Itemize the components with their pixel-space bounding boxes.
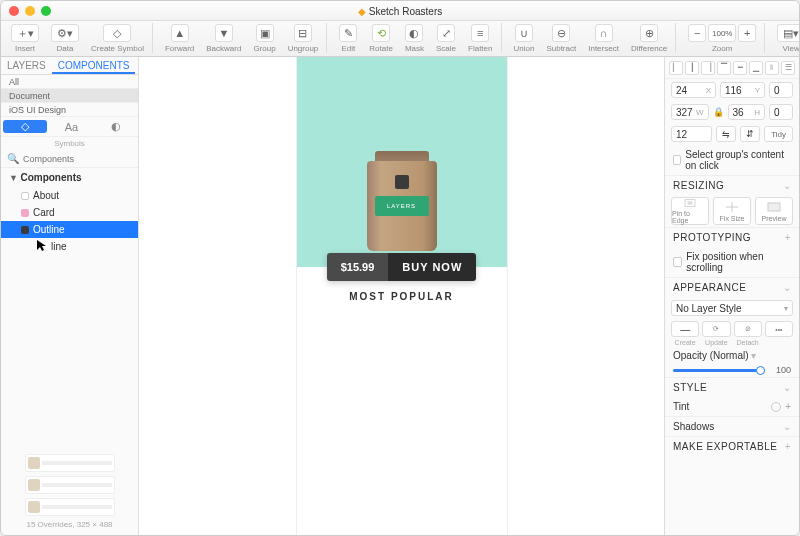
sidebar-item-about[interactable]: About (1, 187, 138, 204)
detach-style-button[interactable]: ⊘ (734, 321, 762, 337)
pin-to-edge-button[interactable]: Pin to Edge (671, 197, 709, 225)
zoom-value[interactable]: 100% (708, 24, 736, 42)
resizing-section[interactable]: RESIZING⌄ (665, 175, 799, 195)
view-button[interactable]: ▤▾ (777, 24, 800, 42)
select-content-checkbox[interactable]: Select group's content on click (665, 145, 799, 175)
svg-rect-4 (768, 203, 780, 211)
search-input[interactable]: 🔍 ⊗ (1, 150, 138, 168)
artboard[interactable]: LAYERS $15.99 BUY NOW MOST POPULAR (297, 57, 507, 535)
group-button[interactable]: ▣ (256, 24, 274, 42)
difference-button[interactable]: ⊕ (640, 24, 658, 42)
sidebar-item-card[interactable]: Card (1, 204, 138, 221)
align-center-v-button[interactable]: ━ (733, 61, 747, 75)
preview-thumb[interactable] (25, 476, 115, 494)
create-style-button[interactable]: — (671, 321, 699, 337)
plus-icon[interactable]: + (785, 401, 791, 412)
layer-styles-tab[interactable]: ◐ (94, 120, 138, 133)
flatten-button[interactable]: ≡ (471, 24, 489, 42)
align-center-h-button[interactable]: ┃ (685, 61, 699, 75)
align-bottom-button[interactable]: ▁ (749, 61, 763, 75)
hero-section: LAYERS $15.99 BUY NOW (297, 57, 507, 267)
tidy-button[interactable]: Tidy (764, 126, 793, 142)
style-section[interactable]: STYLE⌄ (665, 377, 799, 397)
mask-button[interactable]: ◐ (405, 24, 423, 42)
backward-button[interactable]: ▼ (215, 24, 233, 42)
window-title: ◆ Sketch Roasters (1, 5, 799, 17)
logo-icon (395, 175, 409, 189)
tab-components[interactable]: COMPONENTS (52, 57, 136, 74)
distribute-h-button[interactable]: ⫴ (765, 61, 779, 75)
zoom-out-button[interactable]: − (688, 24, 706, 42)
preview-thumb[interactable] (25, 498, 115, 516)
svg-rect-1 (688, 201, 693, 204)
lock-icon[interactable]: 🔒 (713, 107, 724, 117)
diamond-icon: ◆ (358, 6, 366, 17)
sidebar-footer: 15 Overrides, 325 × 488 (1, 448, 138, 535)
plus-icon[interactable]: + (785, 441, 791, 452)
swatch-icon (21, 226, 29, 234)
tab-layers[interactable]: LAYERS (1, 57, 52, 74)
rotate-button[interactable]: ⟲ (372, 24, 390, 42)
product-image: LAYERS (367, 151, 437, 251)
opacity-slider[interactable]: 100 (665, 363, 799, 377)
symbols-tab[interactable]: ◇ (3, 120, 47, 133)
fix-scroll-checkbox[interactable]: Fix position when scrolling (665, 247, 799, 277)
sidebar-item-outline[interactable]: Outline (1, 221, 138, 238)
scale-button[interactable]: ⤢ (437, 24, 455, 42)
components-header: ▼ Components (1, 168, 138, 187)
forward-button[interactable]: ▲ (171, 24, 189, 42)
shadows-row[interactable]: Shadows⌄ (665, 416, 799, 436)
toolbar: ＋▾Insert ⚙▾Data ◇Create Symbol ▲Forward … (1, 21, 799, 57)
data-button[interactable]: ⚙▾ (51, 24, 79, 42)
radius-field[interactable]: 12 (671, 126, 712, 142)
flip-h-button[interactable]: ⇋ (716, 126, 736, 142)
tint-row[interactable]: Tint+ (665, 397, 799, 416)
subtract-button[interactable]: ⊖ (552, 24, 570, 42)
ungroup-button[interactable]: ⊟ (294, 24, 312, 42)
prototyping-section[interactable]: PROTOTYPING+ (665, 227, 799, 247)
symbols-label: Symbols (1, 137, 138, 150)
filter-document[interactable]: Document (1, 89, 138, 103)
layer-style-select[interactable]: No Layer Style▾ (671, 300, 793, 316)
exportable-section[interactable]: MAKE EXPORTABLE+ (665, 436, 799, 456)
chevron-down-icon: ⌄ (783, 282, 792, 293)
align-left-button[interactable]: ▏ (669, 61, 683, 75)
filter-ios[interactable]: iOS UI Design (1, 103, 138, 117)
x-field[interactable]: 24X (671, 82, 716, 98)
flip-v-button[interactable]: ⇵ (740, 126, 760, 142)
opacity-label: Opacity (Normal) ▾ (665, 348, 799, 363)
intersect-button[interactable]: ∩ (595, 24, 613, 42)
sidebar-sub-item[interactable]: line (1, 238, 138, 254)
more-style-button[interactable]: ••• (765, 321, 793, 337)
fix-size-button[interactable]: Fix Size (713, 197, 751, 225)
chevron-down-icon: ⌄ (783, 421, 791, 432)
buy-button[interactable]: BUY NOW (388, 253, 476, 281)
canvas[interactable]: LAYERS $15.99 BUY NOW MOST POPULAR (139, 57, 665, 535)
w-field[interactable]: 327W (671, 104, 709, 120)
swatch-icon (21, 209, 29, 217)
preview-thumb[interactable] (25, 454, 115, 472)
create-symbol-button[interactable]: ◇ (103, 24, 131, 42)
filter-all[interactable]: All (1, 75, 138, 89)
chevron-down-icon: ⌄ (783, 180, 792, 191)
h-field[interactable]: 36H (728, 104, 766, 120)
plus-icon[interactable]: + (785, 232, 791, 243)
appearance-section[interactable]: APPEARANCE⌄ (665, 277, 799, 297)
inspector: ▏ ┃ ▕ ▔ ━ ▁ ⫴ ☰ 24X 116Y 0 327W 🔒 36H 0 … (665, 57, 799, 535)
distribute-v-button[interactable]: ☰ (781, 61, 795, 75)
rotate-field[interactable]: 0 (769, 104, 793, 120)
edit-button[interactable]: ✎ (339, 24, 357, 42)
color-swatch-icon[interactable] (771, 402, 781, 412)
cta-bar: $15.99 BUY NOW (327, 253, 477, 281)
y-field[interactable]: 116Y (720, 82, 765, 98)
titlebar: ◆ Sketch Roasters (1, 1, 799, 21)
zoom-in-button[interactable]: + (738, 24, 756, 42)
c-field[interactable]: 0 (769, 82, 793, 98)
text-styles-tab[interactable]: Aa (49, 121, 93, 133)
insert-button[interactable]: ＋▾ (11, 24, 39, 42)
align-right-button[interactable]: ▕ (701, 61, 715, 75)
preview-resize-button[interactable]: Preview (755, 197, 793, 225)
align-top-button[interactable]: ▔ (717, 61, 731, 75)
update-style-button[interactable]: ⟳ (702, 321, 730, 337)
union-button[interactable]: ∪ (515, 24, 533, 42)
